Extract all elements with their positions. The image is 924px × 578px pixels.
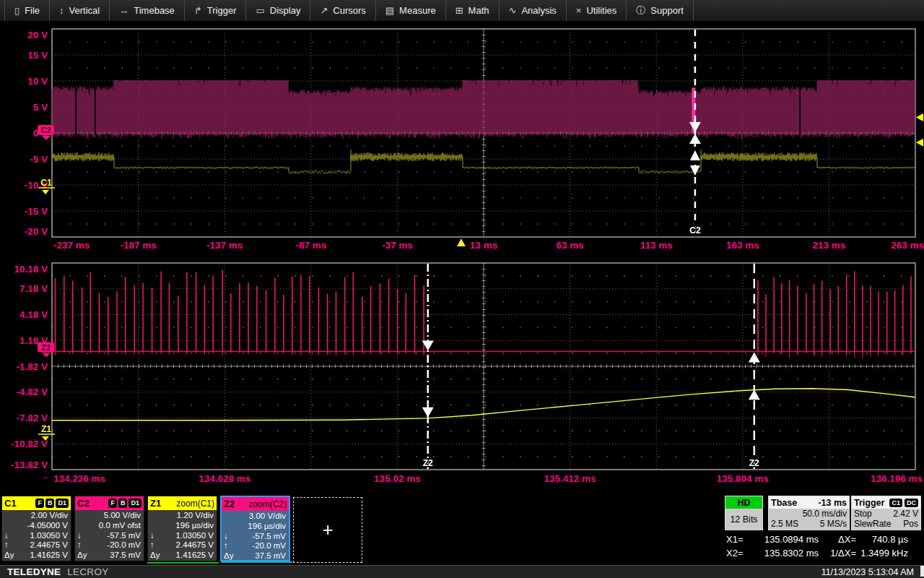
channel-title: C2: [77, 498, 90, 509]
x1-label: X1=: [726, 532, 752, 546]
svg-text:136.196 ms: 136.196 ms: [871, 473, 923, 484]
x2-value: 135.8302 ms: [752, 546, 819, 560]
row-value: -20.0 mV: [252, 541, 286, 551]
brand-logo: TELEDYNE LECROY: [7, 566, 109, 577]
trace-c2: [52, 80, 915, 140]
trigger-title: Trigger: [854, 498, 884, 508]
svg-text:-137 ms: -137 ms: [206, 240, 243, 251]
svg-text:-1.82 V: -1.82 V: [16, 361, 48, 372]
channel-title: Z1: [150, 498, 161, 509]
row-value: -4.05000 V: [27, 521, 68, 531]
svg-text:-187 ms: -187 ms: [120, 240, 156, 251]
descriptor-row: Δy37.5 mV: [224, 551, 286, 561]
row-value: 1.03050 V: [176, 531, 214, 541]
descriptor-row: ↓1.03050 V: [4, 531, 68, 541]
timebase-rate: 5 MS/s: [820, 519, 847, 529]
channel-header: Z1zoom(C1): [148, 496, 217, 510]
row-value: 196 µs/div: [248, 522, 286, 532]
row-value: 37.5 mV: [110, 551, 141, 561]
row-symbol: ↑: [224, 541, 228, 551]
active-tab-indicator: [221, 561, 292, 563]
svg-text:-4.82 V: -4.82 V: [16, 387, 48, 397]
row-symbol: Δy: [4, 551, 14, 561]
descriptor-row: 1.20 V/div: [150, 511, 214, 521]
svg-text:-13.82 V: -13.82 V: [11, 460, 48, 470]
zoom-grid-x-axis: 134.236 ms134.628 ms135.02 ms135.412 ms1…: [42, 471, 923, 484]
hd-bits: 12 Bits: [725, 509, 762, 530]
descriptor-row: ↓1.03050 V: [150, 531, 214, 541]
descriptor-row: ↑2.44675 V: [150, 540, 214, 551]
descriptor-row: Δy37.5 mV: [77, 551, 141, 561]
row-symbol: ↓: [150, 531, 154, 541]
svg-text:←: ←: [42, 471, 51, 481]
svg-text:63 ms: 63 ms: [556, 240, 583, 251]
row-value: 1.41625 V: [30, 551, 68, 561]
timebase-box[interactable]: Tbase -13 ms 50.0 ms/div 2.5 MS 5 MS/s: [768, 496, 850, 530]
channel-badge-d1: D1: [56, 499, 69, 508]
descriptor-row: ↓-57.5 mV: [224, 532, 286, 542]
channel-header: C1FBD1: [2, 496, 71, 510]
svg-text:Z2: Z2: [749, 458, 759, 468]
channel-title: Z2: [224, 499, 235, 509]
inv-dx-label: 1/ΔX=: [819, 546, 856, 560]
svg-text:-37 ms: -37 ms: [382, 240, 413, 251]
waveform-display[interactable]: 20 V15 V10 V5 V0 V-5 V-10 V-15 V-20 V-23…: [0, 0, 924, 496]
channel-badge-f: F: [35, 499, 44, 508]
x2-label: X2=: [726, 546, 752, 560]
add-trace-button[interactable]: +: [293, 497, 362, 563]
hd-title: HD: [725, 496, 762, 509]
row-value: 0.0 mV ofst: [99, 521, 141, 531]
channel-box-c2[interactable]: C2FBD15.00 V/div0.0 mV ofst↓-57.5 mV↑-20…: [74, 496, 144, 561]
channel-box-z2[interactable]: Z2zoom(C2)3.00 V/div196 µs/div↓-57.5 mV↑…: [220, 496, 290, 561]
timebase-title: Tbase: [771, 498, 797, 508]
trigger-mode: Stop: [854, 509, 872, 519]
channel-header: C2FBD1: [75, 496, 144, 510]
row-symbol: ↑: [4, 540, 9, 551]
brand-lecroy: LECROY: [67, 566, 108, 577]
descriptor-row: 196 µs/div: [150, 521, 214, 531]
svg-text:113 ms: 113 ms: [640, 240, 673, 251]
trace-descriptor-strip: C1FBD12.00 V/div-4.05000 V↓1.03050 V↑2.4…: [1, 496, 293, 561]
svg-text:C2: C2: [689, 225, 701, 236]
row-value: 2.44675 V: [176, 540, 214, 551]
svg-text:-7.82 V: -7.82 V: [16, 413, 48, 423]
cursor-readout: X1= 135.0894 ms ΔX= 740.8 µs X2= 135.830…: [726, 532, 908, 560]
svg-text:10.18 V: 10.18 V: [14, 264, 48, 275]
row-value: 1.03050 V: [30, 531, 68, 541]
row-value: 2.00 V/div: [31, 511, 68, 521]
dx-value: 740.8 µs: [856, 532, 908, 546]
svg-text:15 V: 15 V: [27, 50, 48, 61]
descriptor-row: 3.00 V/div: [224, 512, 286, 522]
svg-text:134.628 ms: 134.628 ms: [199, 473, 250, 484]
row-value: -20.0 mV: [107, 540, 141, 551]
descriptor-row: -4.05000 V: [4, 521, 68, 531]
row-symbol: Δy: [77, 551, 87, 561]
row-symbol: Δy: [224, 551, 233, 561]
svg-text:C1: C1: [40, 178, 52, 188]
channel-box-c1[interactable]: C1FBD12.00 V/div-4.05000 V↓1.03050 V↑2.4…: [1, 496, 71, 561]
row-value: 1.20 V/div: [177, 511, 214, 521]
right-edge-level-arrows[interactable]: [916, 113, 923, 147]
descriptor-row: ↑-20.0 mV: [224, 541, 286, 551]
trigger-position-marker[interactable]: [457, 238, 466, 246]
clock: 11/13/2023 5:13:04 AM: [821, 567, 914, 577]
svg-text:C2: C2: [40, 126, 51, 134]
row-symbol: ↓: [4, 531, 9, 541]
row-value: 37.5 mV: [255, 551, 286, 561]
descriptor-row: Δy1.41625 V: [4, 551, 68, 561]
hd-resolution-box[interactable]: HD 12 Bits: [725, 496, 763, 530]
row-value: 1.41625 V: [176, 551, 214, 561]
timebase-offset: -13 ms: [818, 498, 847, 508]
channel-subtitle: zoom(C1): [176, 499, 214, 509]
descriptor-row: Δy1.41625 V: [150, 551, 214, 561]
svg-text:4.18 V: 4.18 V: [19, 309, 48, 320]
row-value: 5.00 V/div: [104, 511, 141, 521]
trigger-box[interactable]: Trigger C1 DC Stop 2.42 V SlewRate Pos: [851, 496, 921, 530]
zoom-grid[interactable]: [52, 263, 915, 470]
main-grid-x-axis: -237 ms-187 ms-137 ms-87 ms-37 ms13 ms63…: [53, 240, 924, 251]
descriptor-row: 2.00 V/div: [4, 511, 68, 521]
channel-box-z1[interactable]: Z1zoom(C1)1.20 V/div196 µs/div↓1.03050 V…: [147, 496, 217, 561]
channel-badge-b: B: [118, 499, 128, 508]
svg-text:7.18 V: 7.18 V: [19, 283, 48, 294]
descriptor-row: ↑2.44675 V: [4, 540, 68, 551]
